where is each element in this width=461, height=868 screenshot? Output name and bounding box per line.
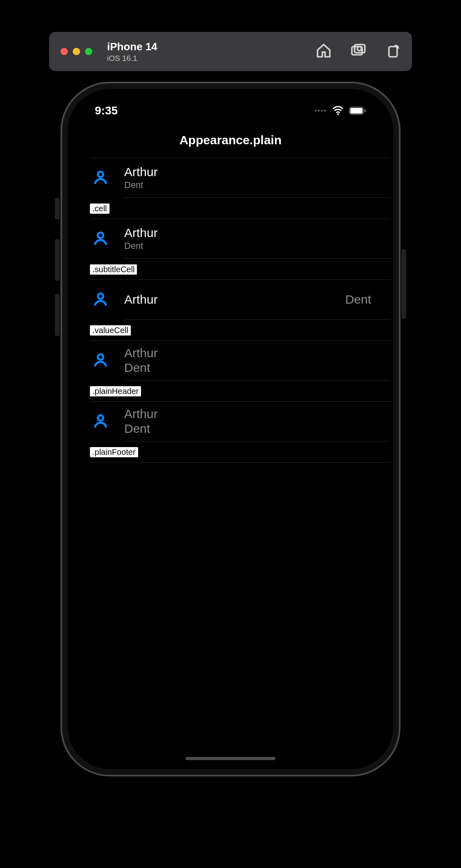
table-row[interactable]: Arthur Dent xyxy=(90,219,391,258)
simulator-os-version: iOS 16.1 xyxy=(107,54,157,63)
page-title: Appearance.plain xyxy=(70,126,391,158)
svg-rect-1 xyxy=(355,45,365,53)
status-time: 9:35 xyxy=(95,104,118,117)
cell-value: Dent xyxy=(345,293,371,306)
cell-title: Arthur xyxy=(124,293,345,306)
cell-title: Arthur xyxy=(124,226,371,240)
table-row[interactable]: Arthur Dent xyxy=(90,158,391,197)
cell-subtitle: Dent xyxy=(124,241,371,251)
device-mute-switch xyxy=(55,198,60,219)
minimize-window-button[interactable] xyxy=(73,48,80,55)
person-icon xyxy=(90,352,124,369)
svg-point-2 xyxy=(357,47,361,51)
table-view[interactable]: Arthur Dent .cell Arthur Dent .subtitleC… xyxy=(70,158,391,463)
simulator-title-block: iPhone 14 iOS 16.1 xyxy=(107,40,157,63)
status-right: •••• xyxy=(315,106,366,116)
table-row[interactable]: Arthur Dent xyxy=(90,341,391,380)
simulator-actions xyxy=(316,43,401,60)
home-icon[interactable] xyxy=(316,43,332,60)
table-row[interactable]: Arthur Dent xyxy=(90,280,391,319)
svg-point-9 xyxy=(98,233,103,238)
screenshot-icon[interactable] xyxy=(350,43,366,60)
svg-point-11 xyxy=(98,354,103,360)
person-icon xyxy=(90,170,124,186)
svg-point-4 xyxy=(337,113,339,115)
device-side-button xyxy=(401,249,406,319)
device-volume-up xyxy=(55,239,60,281)
rotate-icon[interactable] xyxy=(384,43,401,60)
svg-rect-6 xyxy=(350,108,363,114)
section-footer-tag: .subtitleCell xyxy=(90,264,137,275)
section-footer-tag: .valueCell xyxy=(90,325,131,336)
person-icon xyxy=(90,230,124,247)
cell-title: Arthur xyxy=(124,346,371,360)
svg-point-8 xyxy=(98,172,103,177)
cell-title: Arthur xyxy=(124,407,371,421)
simulator-toolbar: iPhone 14 iOS 16.1 xyxy=(49,32,412,71)
device-volume-down xyxy=(55,294,60,336)
device-frame: 9:35 •••• xyxy=(60,82,401,776)
svg-point-10 xyxy=(98,293,103,299)
zoom-window-button[interactable] xyxy=(85,48,92,55)
battery-icon xyxy=(349,107,366,115)
svg-rect-3 xyxy=(389,47,397,57)
cell-subtitle: Dent xyxy=(124,180,371,190)
cell-body-text: Dent xyxy=(124,361,371,375)
person-icon xyxy=(90,413,124,430)
cell-body-text: Dent xyxy=(124,422,371,436)
device-screen: 9:35 •••• xyxy=(70,92,391,767)
wifi-icon xyxy=(332,106,344,116)
section-footer-tag: .plainFooter xyxy=(90,447,138,457)
window-traffic-lights xyxy=(60,48,92,55)
svg-point-12 xyxy=(98,415,103,421)
table-row[interactable]: Arthur Dent xyxy=(90,402,391,441)
person-icon xyxy=(90,291,124,308)
cellular-icon: •••• xyxy=(315,107,327,114)
section-footer-tag: .cell xyxy=(90,204,110,214)
svg-rect-7 xyxy=(364,109,366,112)
status-bar: 9:35 •••• xyxy=(70,92,391,126)
cell-title: Arthur xyxy=(124,165,371,179)
section-footer-tag: .plainHeader xyxy=(90,386,141,396)
close-window-button[interactable] xyxy=(60,48,68,55)
home-indicator[interactable] xyxy=(186,757,275,760)
simulator-device-name: iPhone 14 xyxy=(107,40,157,53)
